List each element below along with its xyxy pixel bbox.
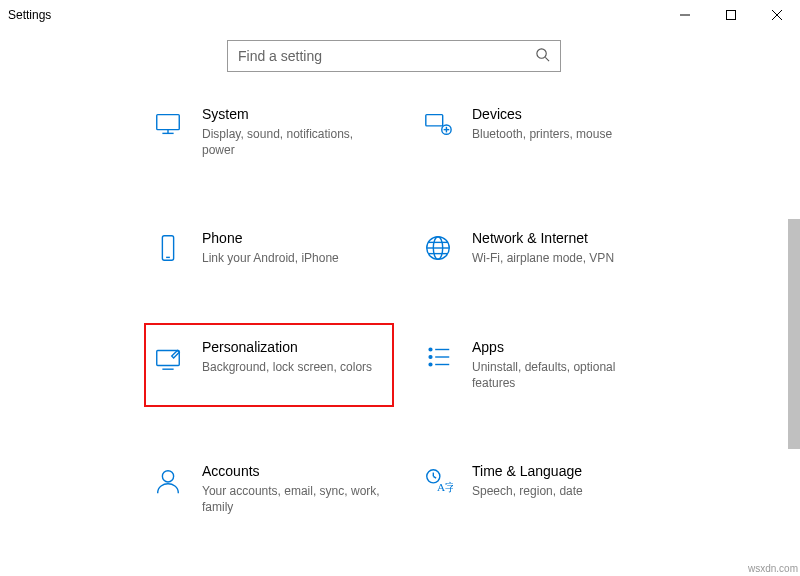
svg-line-31 [433,476,436,478]
tile-sub: Your accounts, email, sync, work, family [202,483,386,515]
scrollbar-thumb[interactable] [788,219,800,449]
tile-sub: Wi-Fi, airplane mode, VPN [472,250,614,266]
search-input[interactable] [238,48,528,64]
tile-system[interactable]: System Display, sound, notifications, po… [144,100,394,164]
tile-title: Apps [472,339,656,355]
svg-rect-6 [157,115,180,130]
tile-title: Devices [472,106,612,122]
tile-personalization[interactable]: Personalization Background, lock screen,… [144,323,394,407]
tile-sub: Bluetooth, printers, mouse [472,126,612,142]
titlebar: Settings [0,0,800,30]
maximize-button[interactable] [708,0,754,30]
phone-icon [152,232,184,264]
tile-devices[interactable]: Devices Bluetooth, printers, mouse [414,100,664,164]
tile-title: Network & Internet [472,230,614,246]
svg-point-24 [429,355,432,358]
window-title: Settings [8,8,51,22]
maximize-icon [726,10,736,20]
content-area: System Display, sound, notifications, po… [0,30,788,576]
minimize-button[interactable] [662,0,708,30]
network-icon [422,232,454,264]
settings-grid: System Display, sound, notifications, po… [144,100,788,576]
tile-accounts[interactable]: Accounts Your accounts, email, sync, wor… [144,457,394,521]
tile-sub: Background, lock screen, colors [202,359,372,375]
tile-phone[interactable]: Phone Link your Android, iPhone [144,224,394,272]
tile-title: Personalization [202,339,372,355]
scrollbar-track[interactable] [788,30,800,576]
tile-sub: Link your Android, iPhone [202,250,339,266]
search-icon [535,47,550,66]
tile-sub: Uninstall, defaults, optional features [472,359,656,391]
tile-time[interactable]: A字 Time & Language Speech, region, date [414,457,664,521]
accounts-icon [152,465,184,497]
svg-point-28 [162,471,173,482]
tile-title: System [202,106,386,122]
svg-point-26 [429,363,432,366]
tile-title: Accounts [202,463,386,479]
svg-point-22 [429,348,432,351]
search-box[interactable] [227,40,561,72]
svg-rect-9 [426,115,443,126]
personalization-icon [152,341,184,373]
apps-icon [422,341,454,373]
tile-apps[interactable]: Apps Uninstall, defaults, optional featu… [414,333,664,397]
minimize-icon [680,10,690,20]
svg-rect-13 [162,236,173,260]
time-icon: A字 [422,465,454,497]
svg-rect-1 [727,11,736,20]
svg-text:A字: A字 [437,481,453,493]
window-controls [662,0,800,30]
tile-sub: Speech, region, date [472,483,583,499]
system-icon [152,108,184,140]
search-container [0,40,788,72]
watermark: wsxdn.com [748,563,798,574]
tile-title: Phone [202,230,339,246]
close-button[interactable] [754,0,800,30]
svg-line-5 [545,57,549,61]
close-icon [772,10,782,20]
tile-sub: Display, sound, notifications, power [202,126,386,158]
devices-icon [422,108,454,140]
svg-point-4 [537,48,546,57]
tile-title: Time & Language [472,463,583,479]
tile-network[interactable]: Network & Internet Wi-Fi, airplane mode,… [414,224,664,272]
